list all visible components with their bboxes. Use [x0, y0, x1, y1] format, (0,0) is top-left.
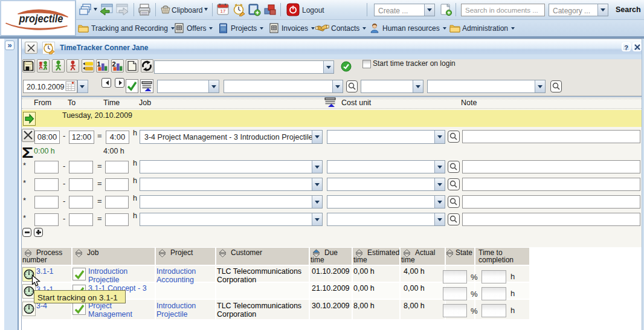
- svg-text:2: 2: [112, 60, 116, 68]
- svg-text:projectile: projectile: [19, 13, 63, 25]
- svg-text:1: 1: [97, 60, 101, 68]
- svg-text:17: 17: [221, 8, 226, 14]
